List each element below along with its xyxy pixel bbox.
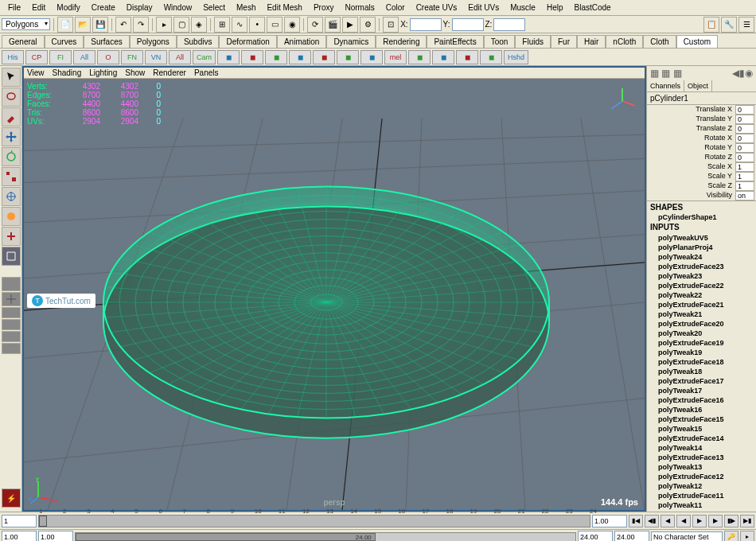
timeline-track[interactable]: 123456789101112131415161718192021222324 bbox=[38, 515, 590, 527]
last-tool[interactable] bbox=[2, 247, 21, 266]
vp-menu-lighting[interactable]: Lighting bbox=[89, 68, 117, 77]
shelf-tab-animation[interactable]: Animation bbox=[277, 35, 326, 48]
paint-select-tool[interactable] bbox=[2, 107, 21, 126]
attr-scale-x[interactable]: Scale X1 bbox=[647, 162, 756, 172]
object-name[interactable]: pCylinder1 bbox=[647, 92, 756, 105]
shape-node[interactable]: pCylinderShape1 bbox=[647, 213, 756, 221]
shelf-tab-curves[interactable]: Curves bbox=[45, 35, 84, 48]
channels-tab[interactable]: Channels bbox=[647, 80, 684, 91]
shelf-tab-deformation[interactable]: Deformation bbox=[219, 35, 276, 48]
input-node[interactable]: polyExtrudeFace23 bbox=[658, 262, 756, 271]
step-back-button[interactable]: ◀▮ bbox=[645, 515, 659, 527]
viewport[interactable]: Verts:430243020Edges:870087000Faces:4400… bbox=[24, 79, 645, 510]
shelf-tab-cloth[interactable]: Cloth bbox=[643, 35, 676, 48]
input-node[interactable]: polyExtrudeFace10 bbox=[658, 510, 756, 512]
render-button[interactable]: 🎬 bbox=[325, 17, 341, 33]
menu-modify[interactable]: Modify bbox=[52, 2, 84, 14]
input-node[interactable]: polyTweak19 bbox=[658, 348, 756, 357]
input-node[interactable]: polyTweak16 bbox=[658, 405, 756, 415]
show-manip-tool[interactable] bbox=[2, 227, 21, 246]
universal-manip-tool[interactable] bbox=[2, 187, 21, 206]
prev-key-button[interactable]: ◀ bbox=[661, 515, 675, 527]
current-frame-input[interactable] bbox=[2, 515, 37, 527]
shelf-button-9[interactable]: ◼ bbox=[217, 50, 240, 64]
shelf-button-16[interactable]: mel bbox=[384, 50, 407, 64]
prefs-button[interactable]: ▸ bbox=[740, 531, 754, 542]
attr-scale-y[interactable]: Scale Y1 bbox=[647, 172, 756, 181]
shelf-button-6[interactable]: VN bbox=[145, 50, 167, 64]
select-object-button[interactable]: ▢ bbox=[173, 17, 189, 33]
input-node[interactable]: polyTweak20 bbox=[658, 329, 756, 338]
menu-mesh[interactable]: Mesh bbox=[232, 2, 260, 14]
view-cube[interactable] bbox=[606, 85, 638, 117]
snap-point-button[interactable]: • bbox=[249, 17, 265, 33]
input-node[interactable]: polyPlanarProj4 bbox=[658, 243, 756, 252]
attr-translate-z[interactable]: Translate Z0 bbox=[647, 124, 756, 134]
shelf-button-18[interactable]: ◼ bbox=[432, 50, 454, 64]
play-fwd-button[interactable]: ▶ bbox=[692, 515, 707, 527]
menu-display[interactable]: Display bbox=[122, 2, 158, 14]
vp-menu-view[interactable]: View bbox=[27, 68, 45, 77]
attr-scale-z[interactable]: Scale Z1 bbox=[647, 181, 756, 191]
shelf-button-8[interactable]: Cam bbox=[193, 50, 216, 64]
menu-create-uvs[interactable]: Create UVs bbox=[411, 2, 462, 14]
mode-dropdown[interactable]: Polygons bbox=[2, 18, 50, 30]
shelf-tab-surfaces[interactable]: Surfaces bbox=[84, 35, 129, 48]
ipr-button[interactable]: ▶ bbox=[342, 17, 358, 33]
input-node[interactable]: polyTweak23 bbox=[658, 271, 756, 281]
shelf-button-3[interactable]: All bbox=[73, 50, 95, 64]
input-node[interactable]: polyTweak24 bbox=[658, 252, 756, 262]
go-start-button[interactable]: ▮◀ bbox=[629, 515, 643, 527]
coord-z-input[interactable] bbox=[493, 18, 525, 31]
shelf-button-1[interactable]: CP bbox=[25, 50, 48, 64]
menu-blastcode[interactable]: BlastCode bbox=[569, 2, 615, 14]
range-thumb[interactable]: 24.00 bbox=[76, 533, 376, 541]
menu-create[interactable]: Create bbox=[87, 2, 120, 14]
input-abs-button[interactable]: ⊡ bbox=[383, 17, 399, 33]
two-pane-v-layout[interactable] bbox=[2, 319, 21, 330]
range-start-outer[interactable] bbox=[2, 531, 37, 542]
shelf-button-19[interactable]: ◼ bbox=[456, 50, 478, 64]
shelf-button-12[interactable]: ◼ bbox=[289, 50, 311, 64]
tool-settings-toggle[interactable]: 🔧 bbox=[721, 17, 737, 33]
input-node[interactable]: polyExtrudeFace19 bbox=[658, 338, 756, 348]
menu-proxy[interactable]: Proxy bbox=[309, 2, 339, 14]
input-node[interactable]: polyTweak11 bbox=[658, 500, 756, 510]
vp-menu-renderer[interactable]: Renderer bbox=[153, 68, 186, 77]
select-hierarchy-button[interactable]: ▸ bbox=[156, 17, 172, 33]
autokey-button[interactable]: 🔑 bbox=[724, 531, 738, 542]
input-node[interactable]: polyExtrudeFace12 bbox=[658, 472, 756, 481]
shelf-tab-fur[interactable]: Fur bbox=[551, 35, 577, 48]
menu-help[interactable]: Help bbox=[542, 2, 568, 14]
shelf-button-5[interactable]: FN bbox=[121, 50, 143, 64]
vp-menu-panels[interactable]: Panels bbox=[194, 68, 219, 77]
input-node[interactable]: polyExtrudeFace18 bbox=[658, 357, 756, 367]
shelf-button-15[interactable]: ◼ bbox=[360, 50, 383, 64]
input-node[interactable]: polyExtrudeFace13 bbox=[658, 453, 756, 462]
input-node[interactable]: polyExtrudeFace11 bbox=[658, 491, 756, 500]
range-slider[interactable]: 24.00 🔑 ▸ bbox=[0, 529, 756, 541]
shelf-tab-general[interactable]: General bbox=[2, 35, 45, 48]
shelf-button-7[interactable]: All bbox=[169, 50, 191, 64]
attr-translate-x[interactable]: Translate X0 bbox=[647, 105, 756, 115]
menu-normals[interactable]: Normals bbox=[340, 2, 379, 14]
new-scene-button[interactable]: 📄 bbox=[57, 17, 73, 33]
shelf-tab-rendering[interactable]: Rendering bbox=[376, 35, 427, 48]
snap-grid-button[interactable]: ⊞ bbox=[214, 17, 230, 33]
three-pane-layout[interactable] bbox=[2, 331, 21, 342]
snap-live-button[interactable]: ◉ bbox=[284, 17, 300, 33]
menu-edit[interactable]: Edit bbox=[27, 2, 50, 14]
go-end-button[interactable]: ▶▮ bbox=[740, 515, 754, 527]
save-button[interactable]: 💾 bbox=[92, 17, 108, 33]
channel-box-toggle[interactable]: ☰ bbox=[738, 17, 754, 33]
shelf-button-20[interactable]: ◼ bbox=[480, 50, 502, 64]
input-node[interactable]: polyExtrudeFace16 bbox=[658, 395, 756, 405]
attribute-editor-toggle[interactable]: 📋 bbox=[703, 17, 719, 33]
menu-window[interactable]: Window bbox=[159, 2, 197, 14]
step-fwd-button[interactable]: ▮▶ bbox=[724, 515, 738, 527]
time-slider[interactable]: 123456789101112131415161718192021222324 … bbox=[0, 512, 756, 529]
scale-tool[interactable] bbox=[2, 167, 21, 186]
object-tab[interactable]: Object bbox=[684, 80, 712, 91]
input-node[interactable]: polyTweak21 bbox=[658, 309, 756, 319]
input-node[interactable]: polyTweak15 bbox=[658, 424, 756, 434]
